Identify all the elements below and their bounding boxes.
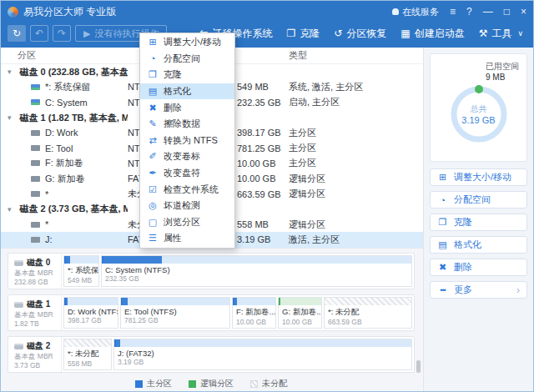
disk-map: 磁盘 0 基本盘 MBR 232.88 GB *: 系统保... 549 MB …: [1, 248, 423, 391]
disk-info: 磁盘 2 基本盘 MBR 3.73 GB: [8, 337, 62, 372]
online-service-button[interactable]: 在线服务: [392, 6, 439, 18]
logical-partition-swatch: [189, 380, 196, 388]
clone-button[interactable]: ❐克隆: [430, 214, 527, 231]
delete-button[interactable]: ✖删除: [430, 259, 527, 276]
unallocated-pattern: [64, 339, 111, 347]
expander-icon[interactable]: ▾: [8, 113, 12, 122]
app-title: 易我分区大师 专业版: [23, 5, 116, 19]
menu-item-clone[interactable]: ❐克隆: [140, 67, 234, 83]
partition-icon: [31, 237, 40, 243]
partition-icon: [31, 160, 40, 166]
allocate-space-icon: ◔: [148, 53, 158, 63]
total-label: 总共: [461, 103, 495, 115]
menu-item-properties[interactable]: ☰属性: [140, 230, 234, 247]
redo-button[interactable]: ↷: [53, 25, 71, 42]
partition-icon: [31, 222, 40, 228]
usage-bar: [64, 256, 98, 264]
scrollbar-thumb[interactable]: [416, 360, 421, 373]
delete-icon: ✖: [148, 103, 158, 113]
more-button[interactable]: •••更多›: [430, 281, 527, 299]
expander-icon[interactable]: ▾: [8, 205, 12, 214]
disk2-card: 磁盘 2 基本盘 MBR 3.73 GB *: 未分配 558 MB J: (F…: [8, 336, 415, 373]
disk1-card: 磁盘 1 基本盘 MBR 1.82 TB D: Work (NTFS) 398.…: [8, 294, 415, 331]
maximize-button[interactable]: □: [504, 7, 510, 17]
space-summary-card: 已用空间 9 MB 总共 3.19 GB: [430, 53, 527, 162]
partition-block-j[interactable]: J: (FAT32) 3.19 GB: [113, 339, 412, 370]
format-icon: ▤: [437, 239, 448, 250]
check-filesystem-icon: ☑: [148, 184, 158, 195]
refresh-button[interactable]: ↻: [8, 25, 26, 42]
hamburger-menu-button[interactable]: ≡: [450, 7, 456, 17]
used-dot-icon: [475, 85, 483, 93]
partition-block-system-reserved[interactable]: *: 系统保... 549 MB: [63, 255, 99, 287]
usage-bar: [102, 256, 411, 264]
change-label-icon: ✐: [148, 151, 158, 162]
partition-block-f-volume[interactable]: F: 新加卷... 10.00 GB: [232, 297, 276, 329]
clone-icon: ❐: [437, 217, 448, 228]
format-button[interactable]: ▤格式化: [430, 236, 527, 254]
usage-bar: [64, 298, 118, 305]
allocate-space-icon: ◔: [437, 195, 448, 205]
menu-item-change-letter[interactable]: ✒改变盘符: [140, 165, 234, 182]
wrench-icon: ⚒: [479, 28, 488, 39]
menu-item-surface-test[interactable]: ◎坏道检测: [140, 198, 234, 214]
menu-item-resize-move[interactable]: ⊞调整大小/移动: [140, 34, 234, 51]
partition-block-c-system[interactable]: C: System (NTFS) 232.35 GB: [101, 255, 412, 287]
close-button[interactable]: ×: [521, 7, 526, 17]
toolbar: ↻ ↶ ↷ ▶没有待执行操作 ⇆迁移操作系统 ❐克隆 ↺分区恢复 ▦创建启动盘 …: [1, 23, 533, 48]
surface-test-icon: ◎: [148, 200, 158, 211]
unallocated-swatch: [250, 380, 258, 388]
play-icon: ▶: [83, 28, 90, 39]
partition-block-e-tool[interactable]: E: Tool (NTFS) 781.25 GB: [120, 297, 230, 329]
chevron-right-icon: ›: [516, 284, 520, 296]
menu-item-allocate-space[interactable]: ◔分配空间: [140, 51, 234, 68]
resize-move-button[interactable]: ⊞调整大小/移动: [430, 168, 527, 186]
legend: 主分区 逻辑分区 未分配: [8, 378, 415, 389]
context-menu: ⊞调整大小/移动 ◔分配空间 ❐克隆 ▤格式化 ✖删除 ✎擦除数据 ⇄转换为 N…: [139, 33, 235, 249]
bell-icon: [392, 8, 399, 15]
properties-icon: ☰: [148, 233, 158, 244]
usage-bar: [121, 298, 229, 305]
partition-icon: [31, 176, 40, 182]
partition-icon: [31, 130, 40, 136]
partition-icon: [31, 99, 40, 105]
menu-item-change-label[interactable]: ✐改变卷标: [140, 148, 234, 165]
format-icon: ▤: [148, 86, 158, 97]
usage-bar: [233, 298, 275, 305]
sidebar: 已用空间 9 MB 总共 3.19 GB ⊞调整大小/移动 ◔分配空间 ❐克隆 …: [423, 48, 533, 391]
menu-item-explore-partition[interactable]: ▢浏览分区: [140, 214, 234, 231]
menu-item-format[interactable]: ▤格式化: [140, 83, 234, 100]
resize-move-icon: ⊞: [148, 37, 158, 48]
titlebar: 易我分区大师 专业版 在线服务 ≡ ? — □ ×: [1, 1, 533, 23]
total-value: 3.19 GB: [461, 115, 495, 125]
disk-icon: [14, 260, 23, 266]
header-type: 类型: [289, 49, 423, 62]
menu-item-wipe-data[interactable]: ✎擦除数据: [140, 116, 234, 133]
tools-button[interactable]: ⚒工具∨: [479, 27, 523, 41]
create-boot-disk-button[interactable]: ▦创建启动盘: [400, 27, 464, 41]
boot-disk-icon: ▦: [400, 28, 410, 39]
primary-partition-swatch: [135, 380, 143, 388]
partition-recovery-button[interactable]: ↺分区恢复: [334, 27, 386, 41]
partition-block-g-volume[interactable]: G: 新加卷... 10.00 GB: [278, 297, 322, 329]
menu-item-check-filesystem[interactable]: ☑检查文件系统: [140, 181, 234, 198]
undo-button[interactable]: ↶: [30, 25, 48, 42]
partition-block-unallocated-disk2[interactable]: *: 未分配 558 MB: [63, 339, 112, 370]
expander-icon[interactable]: ▾: [8, 68, 12, 76]
allocate-space-button[interactable]: ◔分配空间: [430, 191, 527, 209]
menu-item-convert-ntfs[interactable]: ⇄转换为 NTFS: [140, 133, 234, 149]
disk0-card: 磁盘 0 基本盘 MBR 232.88 GB *: 系统保... 549 MB …: [8, 253, 415, 289]
wipe-data-icon: ✎: [148, 118, 158, 129]
minimize-button[interactable]: —: [483, 7, 493, 17]
delete-icon: ✖: [437, 262, 448, 273]
help-button[interactable]: ?: [466, 7, 472, 17]
partition-icon: [31, 145, 40, 151]
partition-block-unallocated-disk1[interactable]: *: 未分配 663.59 GB: [324, 297, 412, 329]
change-letter-icon: ✒: [148, 168, 158, 178]
clone-toolbar-button[interactable]: ❐克隆: [286, 27, 320, 41]
menu-item-delete[interactable]: ✖删除: [140, 99, 234, 116]
partition-block-d-work[interactable]: D: Work (NTFS) 398.17 GB: [63, 297, 118, 329]
disk-icon: [14, 344, 23, 349]
unallocated-pattern: [325, 298, 411, 305]
disk-info: 磁盘 0 基本盘 MBR 232.88 GB: [8, 254, 62, 289]
